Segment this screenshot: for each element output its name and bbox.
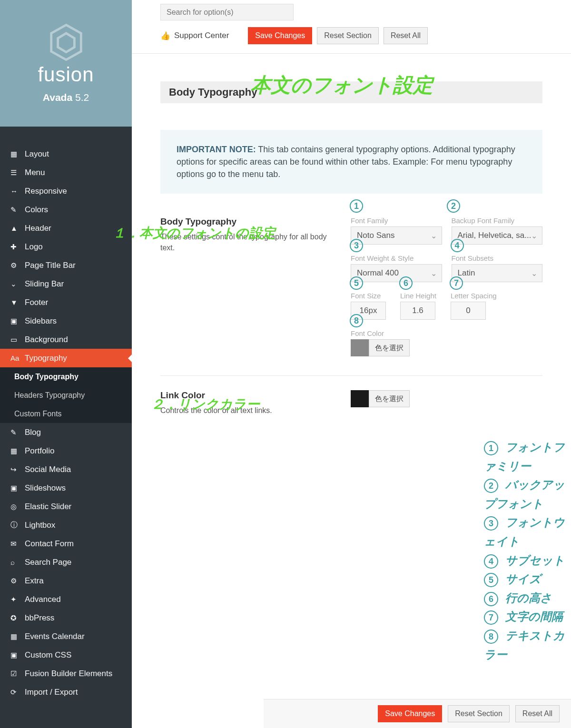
- sidebar-item-footer[interactable]: ▼Footer: [0, 293, 132, 312]
- font-weight-select[interactable]: Normal 400: [351, 264, 442, 282]
- font-size-input[interactable]: [351, 302, 386, 320]
- annotation-circle-2: 2: [447, 199, 460, 213]
- link-color-row: Link Color Controls the color of all tex…: [160, 390, 542, 435]
- sidebar-item-bbpress[interactable]: ✪bbPress: [0, 609, 132, 627]
- social-icon: ↪: [10, 465, 25, 474]
- blog-icon: ✎: [10, 428, 25, 437]
- letter-spacing-input[interactable]: [451, 302, 486, 320]
- sidebar-item-fusion-builder[interactable]: ☑Fusion Builder Elements: [0, 664, 132, 683]
- header-icon: ▲: [10, 224, 25, 232]
- topbar: 👍Support Center Save Changes Reset Secti…: [132, 0, 571, 54]
- sidebar-item-lightbox[interactable]: ⓘLightbox: [0, 516, 132, 534]
- sidebar-item-portfolio[interactable]: ▦Portfolio: [0, 442, 132, 460]
- main-content: 👍Support Center Save Changes Reset Secti…: [132, 0, 571, 728]
- background-icon: ▭: [10, 335, 25, 344]
- sidebar-item-social-media[interactable]: ↪Social Media: [0, 460, 132, 479]
- body-typography-desc: These settings control the typography fo…: [160, 232, 336, 253]
- support-center-link[interactable]: 👍Support Center: [160, 31, 229, 41]
- link-color-desc: Controls the color of all text links.: [160, 405, 336, 416]
- sidebar-item-background[interactable]: ▭Background: [0, 330, 132, 349]
- page-title-icon: ⚙: [10, 261, 25, 270]
- menu-icon: ☰: [10, 168, 25, 177]
- line-height-input[interactable]: [400, 302, 435, 320]
- bbpress-icon: ✪: [10, 614, 25, 622]
- sidebar-header: fusion Avada 5.2: [0, 0, 132, 127]
- typography-submenu: Body Typography Headers Typography Custo…: [0, 367, 132, 423]
- annotation-circle-1: 1: [350, 199, 363, 213]
- reset-section-button[interactable]: Reset Section: [317, 27, 379, 44]
- sidebar-item-extra[interactable]: ⚙Extra: [0, 571, 132, 590]
- sidebar-item-events-calendar[interactable]: ▦Events Calendar: [0, 627, 132, 646]
- sidebar-item-typography[interactable]: AaTypography: [0, 349, 132, 367]
- save-changes-button[interactable]: Save Changes: [248, 27, 312, 44]
- body-typography-heading: Body Typography: [160, 216, 336, 227]
- svg-marker-1: [58, 33, 74, 52]
- sub-item-custom-fonts[interactable]: Custom Fonts: [0, 404, 132, 423]
- letter-spacing-label: Letter Spacing: [451, 292, 497, 300]
- search-input[interactable]: [160, 4, 294, 20]
- sidebar-item-blog[interactable]: ✎Blog: [0, 423, 132, 442]
- link-color-heading: Link Color: [160, 390, 336, 401]
- bottom-reset-section-button[interactable]: Reset Section: [448, 705, 510, 722]
- sidebar-item-responsive[interactable]: ↔Responsive: [0, 182, 132, 200]
- colors-icon: ✎: [10, 206, 25, 214]
- bottom-save-button[interactable]: Save Changes: [378, 705, 442, 722]
- sidebar-item-page-title-bar[interactable]: ⚙Page Title Bar: [0, 256, 132, 275]
- font-color-label: Font Color: [351, 329, 542, 337]
- footer-icon: ▼: [10, 298, 25, 306]
- sidebar-item-slideshows[interactable]: ▣Slideshows: [0, 479, 132, 497]
- sidebar: fusion Avada 5.2 ▦Layout ☰Menu ↔Responsi…: [0, 0, 132, 728]
- font-size-label: Font Size: [351, 292, 386, 300]
- extra-icon: ⚙: [10, 577, 25, 585]
- important-note-label: IMPORTANT NOTE:: [177, 145, 256, 154]
- font-family-label: Font Family: [351, 216, 442, 225]
- logo-nav-icon: ✚: [10, 243, 25, 251]
- sidebar-item-advanced[interactable]: ✦Advanced: [0, 590, 132, 609]
- font-color-button[interactable]: 色を選択: [369, 339, 410, 356]
- link-color-button[interactable]: 色を選択: [369, 390, 410, 407]
- sidebar-item-elastic-slider[interactable]: ◎Elastic Slider: [0, 497, 132, 516]
- important-note-box: IMPORTANT NOTE: This tab contains genera…: [160, 130, 542, 194]
- sidebar-item-custom-css[interactable]: ▣Custom CSS: [0, 646, 132, 664]
- sidebar-item-contact-form[interactable]: ✉Contact Form: [0, 534, 132, 553]
- logo-icon: [49, 23, 83, 61]
- annotation-legend: 1 フォントファミリー 2 バックアップフォント 3 フォントウェイト 4 サブ…: [484, 438, 571, 664]
- sidebar-item-import-export[interactable]: ⟳Import / Export: [0, 683, 132, 701]
- sidebar-item-header[interactable]: ▲Header: [0, 219, 132, 237]
- section-title-bar: Body Typography: [160, 81, 542, 103]
- body-typography-row: Body Typography These settings control t…: [160, 216, 542, 376]
- slideshows-icon: ▣: [10, 484, 25, 492]
- font-family-select[interactable]: Noto Sans: [351, 226, 442, 245]
- sidebar-item-layout[interactable]: ▦Layout: [0, 145, 132, 163]
- font-color-swatch[interactable]: [351, 339, 369, 356]
- sidebar-item-sidebars[interactable]: ▣Sidebars: [0, 312, 132, 330]
- sidebar-item-search-page[interactable]: ⌕Search Page: [0, 553, 132, 571]
- search-icon: ⌕: [10, 558, 25, 566]
- advanced-icon: ✦: [10, 595, 25, 604]
- reset-all-button[interactable]: Reset All: [384, 27, 428, 44]
- sidebar-item-sliding-bar[interactable]: ⌄Sliding Bar: [0, 275, 132, 293]
- font-weight-label: Font Weight & Style: [351, 254, 442, 262]
- builder-icon: ☑: [10, 669, 25, 678]
- sub-item-headers-typography[interactable]: Headers Typography: [0, 386, 132, 404]
- sidebar-item-colors[interactable]: ✎Colors: [0, 200, 132, 219]
- calendar-icon: ▦: [10, 632, 25, 641]
- backup-font-family-label: Backup Font Family: [452, 216, 543, 225]
- line-height-label: Line Height: [400, 292, 436, 300]
- brand-version: Avada 5.2: [43, 92, 89, 103]
- sub-item-body-typography[interactable]: Body Typography: [0, 367, 132, 386]
- backup-font-family-select[interactable]: Arial, Helvetica, sa...: [452, 226, 543, 245]
- lightbox-icon: ⓘ: [10, 521, 25, 530]
- contact-icon: ✉: [10, 540, 25, 548]
- portfolio-icon: ▦: [10, 447, 25, 455]
- sidebar-item-logo[interactable]: ✚Logo: [0, 237, 132, 256]
- layout-icon: ▦: [10, 150, 25, 158]
- sidebar-item-menu[interactable]: ☰Menu: [0, 163, 132, 182]
- responsive-icon: ↔: [10, 187, 25, 195]
- sliding-bar-icon: ⌄: [10, 280, 25, 288]
- link-color-swatch[interactable]: [351, 390, 369, 407]
- section-title: Body Typography: [169, 86, 534, 98]
- font-subsets-select[interactable]: Latin: [452, 264, 543, 282]
- bottom-bar: Save Changes Reset Section Reset All: [264, 699, 571, 728]
- bottom-reset-all-button[interactable]: Reset All: [515, 705, 560, 722]
